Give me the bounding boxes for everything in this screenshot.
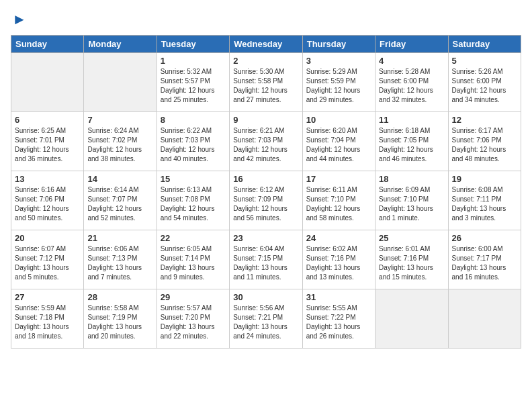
calendar-cell: 22Sunrise: 6:05 AM Sunset: 7:14 PM Dayli… xyxy=(157,230,229,289)
calendar-cell: 31Sunrise: 5:55 AM Sunset: 7:22 PM Dayli… xyxy=(302,289,375,349)
day-info: Sunrise: 6:11 AM Sunset: 7:10 PM Dayligh… xyxy=(306,185,371,223)
calendar-cell: 14Sunrise: 6:14 AM Sunset: 7:07 PM Dayli… xyxy=(84,171,157,230)
day-info: Sunrise: 5:59 AM Sunset: 7:18 PM Dayligh… xyxy=(15,304,80,341)
calendar-cell: 19Sunrise: 6:08 AM Sunset: 7:11 PM Dayli… xyxy=(448,171,521,230)
calendar-cell: 3Sunrise: 5:29 AM Sunset: 5:59 PM Daylig… xyxy=(302,53,375,112)
calendar-cell: 30Sunrise: 5:56 AM Sunset: 7:21 PM Dayli… xyxy=(230,289,302,349)
day-number: 5 xyxy=(452,56,517,66)
day-number: 20 xyxy=(15,233,80,243)
calendar-cell: 28Sunrise: 5:58 AM Sunset: 7:19 PM Dayli… xyxy=(84,289,157,349)
day-number: 18 xyxy=(379,174,444,184)
calendar-cell: 16Sunrise: 6:12 AM Sunset: 7:09 PM Dayli… xyxy=(230,171,302,230)
weekday-header-thursday: Thursday xyxy=(302,36,375,53)
day-info: Sunrise: 6:06 AM Sunset: 7:13 PM Dayligh… xyxy=(87,244,152,282)
calendar-cell: 23Sunrise: 6:04 AM Sunset: 7:15 PM Dayli… xyxy=(230,230,302,289)
calendar-cell: 15Sunrise: 6:13 AM Sunset: 7:08 PM Dayli… xyxy=(157,171,229,230)
day-number: 16 xyxy=(233,174,298,184)
day-info: Sunrise: 6:22 AM Sunset: 7:03 PM Dayligh… xyxy=(161,126,226,164)
calendar-table: SundayMondayTuesdayWednesdayThursdayFrid… xyxy=(11,35,521,349)
logo-bird-icon: ► xyxy=(12,11,27,28)
calendar-cell: 24Sunrise: 6:02 AM Sunset: 7:16 PM Dayli… xyxy=(302,230,375,289)
weekday-header-monday: Monday xyxy=(84,36,157,53)
day-info: Sunrise: 5:29 AM Sunset: 5:59 PM Dayligh… xyxy=(306,67,371,105)
calendar-cell xyxy=(448,289,521,349)
calendar-cell: 8Sunrise: 6:22 AM Sunset: 7:03 PM Daylig… xyxy=(157,112,229,171)
calendar-cell: 7Sunrise: 6:24 AM Sunset: 7:02 PM Daylig… xyxy=(84,112,157,171)
day-info: Sunrise: 6:05 AM Sunset: 7:14 PM Dayligh… xyxy=(161,244,226,282)
day-number: 23 xyxy=(233,233,298,243)
day-info: Sunrise: 6:00 AM Sunset: 7:17 PM Dayligh… xyxy=(452,244,517,282)
day-number: 29 xyxy=(161,292,226,302)
day-info: Sunrise: 6:09 AM Sunset: 7:10 PM Dayligh… xyxy=(379,185,444,223)
day-info: Sunrise: 6:18 AM Sunset: 7:05 PM Dayligh… xyxy=(379,126,444,164)
day-number: 12 xyxy=(452,115,517,125)
day-number: 31 xyxy=(306,292,371,302)
day-number: 19 xyxy=(452,174,517,184)
day-info: Sunrise: 6:13 AM Sunset: 7:08 PM Dayligh… xyxy=(161,185,226,223)
day-info: Sunrise: 5:30 AM Sunset: 5:58 PM Dayligh… xyxy=(233,67,298,105)
weekday-header-tuesday: Tuesday xyxy=(157,36,229,53)
calendar-cell: 29Sunrise: 5:57 AM Sunset: 7:20 PM Dayli… xyxy=(157,289,229,349)
day-info: Sunrise: 5:28 AM Sunset: 6:00 PM Dayligh… xyxy=(379,67,444,105)
weekday-header-sunday: Sunday xyxy=(11,36,84,53)
logo: ► xyxy=(11,11,27,28)
calendar-week-5: 27Sunrise: 5:59 AM Sunset: 7:18 PM Dayli… xyxy=(11,289,521,349)
calendar-cell xyxy=(84,53,157,112)
page-header: ► xyxy=(11,11,521,28)
calendar-cell xyxy=(375,289,448,349)
day-number: 14 xyxy=(87,174,152,184)
day-number: 25 xyxy=(379,233,444,243)
calendar-cell: 9Sunrise: 6:21 AM Sunset: 7:03 PM Daylig… xyxy=(230,112,302,171)
calendar-cell: 25Sunrise: 6:01 AM Sunset: 7:16 PM Dayli… xyxy=(375,230,448,289)
day-number: 13 xyxy=(15,174,80,184)
calendar-week-1: 1Sunrise: 5:32 AM Sunset: 5:57 PM Daylig… xyxy=(11,53,521,112)
day-number: 6 xyxy=(15,115,80,125)
day-number: 3 xyxy=(306,56,371,66)
calendar-cell: 17Sunrise: 6:11 AM Sunset: 7:10 PM Dayli… xyxy=(302,171,375,230)
calendar-cell: 26Sunrise: 6:00 AM Sunset: 7:17 PM Dayli… xyxy=(448,230,521,289)
day-number: 30 xyxy=(233,292,298,302)
day-number: 22 xyxy=(161,233,226,243)
day-number: 2 xyxy=(233,56,298,66)
calendar-cell: 12Sunrise: 6:17 AM Sunset: 7:06 PM Dayli… xyxy=(448,112,521,171)
calendar-cell: 21Sunrise: 6:06 AM Sunset: 7:13 PM Dayli… xyxy=(84,230,157,289)
calendar-cell: 11Sunrise: 6:18 AM Sunset: 7:05 PM Dayli… xyxy=(375,112,448,171)
weekday-header-wednesday: Wednesday xyxy=(230,36,302,53)
day-number: 8 xyxy=(161,115,226,125)
day-number: 28 xyxy=(87,292,152,302)
day-number: 4 xyxy=(379,56,444,66)
calendar-week-3: 13Sunrise: 6:16 AM Sunset: 7:06 PM Dayli… xyxy=(11,171,521,230)
calendar-week-2: 6Sunrise: 6:25 AM Sunset: 7:01 PM Daylig… xyxy=(11,112,521,171)
calendar-cell: 20Sunrise: 6:07 AM Sunset: 7:12 PM Dayli… xyxy=(11,230,84,289)
calendar-header: SundayMondayTuesdayWednesdayThursdayFrid… xyxy=(11,36,521,53)
day-number: 15 xyxy=(161,174,226,184)
calendar-cell: 18Sunrise: 6:09 AM Sunset: 7:10 PM Dayli… xyxy=(375,171,448,230)
calendar-cell: 6Sunrise: 6:25 AM Sunset: 7:01 PM Daylig… xyxy=(11,112,84,171)
day-info: Sunrise: 6:07 AM Sunset: 7:12 PM Dayligh… xyxy=(15,244,80,282)
day-number: 1 xyxy=(161,56,226,66)
day-number: 26 xyxy=(452,233,517,243)
day-info: Sunrise: 5:32 AM Sunset: 5:57 PM Dayligh… xyxy=(161,67,226,105)
weekday-row: SundayMondayTuesdayWednesdayThursdayFrid… xyxy=(11,36,521,53)
calendar-cell: 27Sunrise: 5:59 AM Sunset: 7:18 PM Dayli… xyxy=(11,289,84,349)
day-info: Sunrise: 6:21 AM Sunset: 7:03 PM Dayligh… xyxy=(233,126,298,164)
day-info: Sunrise: 6:16 AM Sunset: 7:06 PM Dayligh… xyxy=(15,185,80,223)
day-info: Sunrise: 6:01 AM Sunset: 7:16 PM Dayligh… xyxy=(379,244,444,282)
day-info: Sunrise: 6:08 AM Sunset: 7:11 PM Dayligh… xyxy=(452,185,517,223)
day-info: Sunrise: 5:26 AM Sunset: 6:00 PM Dayligh… xyxy=(452,67,517,105)
day-number: 7 xyxy=(87,115,152,125)
day-info: Sunrise: 5:57 AM Sunset: 7:20 PM Dayligh… xyxy=(161,304,226,341)
day-info: Sunrise: 6:02 AM Sunset: 7:16 PM Dayligh… xyxy=(306,244,371,282)
day-number: 24 xyxy=(306,233,371,243)
weekday-header-saturday: Saturday xyxy=(448,36,521,53)
calendar-cell: 4Sunrise: 5:28 AM Sunset: 6:00 PM Daylig… xyxy=(375,53,448,112)
calendar-cell: 13Sunrise: 6:16 AM Sunset: 7:06 PM Dayli… xyxy=(11,171,84,230)
calendar-cell: 2Sunrise: 5:30 AM Sunset: 5:58 PM Daylig… xyxy=(230,53,302,112)
day-info: Sunrise: 5:56 AM Sunset: 7:21 PM Dayligh… xyxy=(233,304,298,341)
day-info: Sunrise: 6:24 AM Sunset: 7:02 PM Dayligh… xyxy=(87,126,152,164)
day-info: Sunrise: 5:58 AM Sunset: 7:19 PM Dayligh… xyxy=(87,304,152,341)
day-info: Sunrise: 6:04 AM Sunset: 7:15 PM Dayligh… xyxy=(233,244,298,282)
day-number: 27 xyxy=(15,292,80,302)
calendar-cell: 1Sunrise: 5:32 AM Sunset: 5:57 PM Daylig… xyxy=(157,53,229,112)
calendar-cell: 10Sunrise: 6:20 AM Sunset: 7:04 PM Dayli… xyxy=(302,112,375,171)
